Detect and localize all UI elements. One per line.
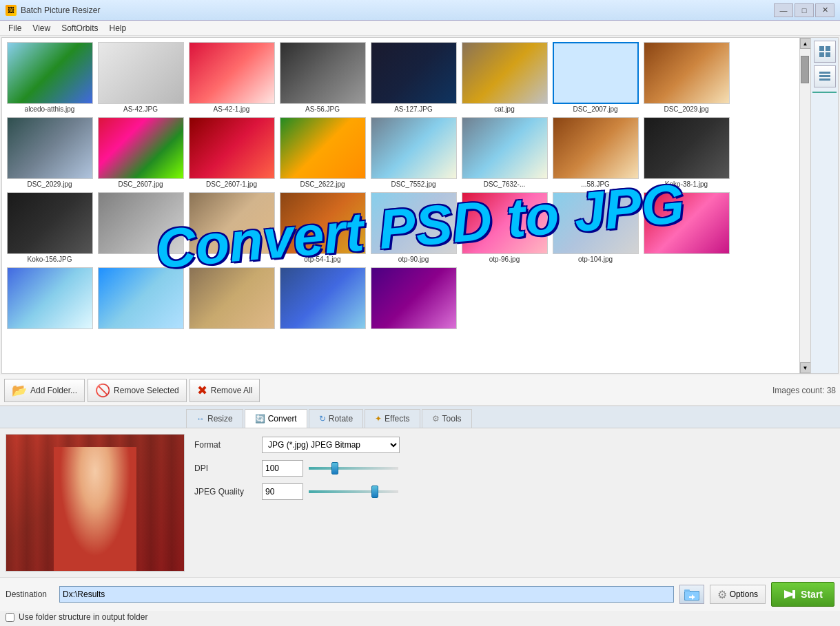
list-item[interactable]: DSC_2007.jpg	[551, 41, 640, 114]
list-item[interactable]: DSC_2622.jpg	[278, 116, 367, 189]
list-item[interactable]	[278, 266, 367, 332]
thumbnail	[280, 117, 366, 179]
destination-bar: Destination ⚙ Options	[0, 577, 840, 611]
list-item[interactable]: alcedo-atthis.jpg	[5, 41, 94, 114]
resize-tab-label: Resize	[207, 414, 233, 424]
gallery-scrollbar[interactable]: ▲ ▼	[799, 38, 810, 373]
list-item[interactable]: otp-90.jpg	[369, 191, 458, 264]
thumbnail	[98, 42, 184, 104]
list-item[interactable]: otp-96.jpg	[460, 191, 549, 264]
menu-view[interactable]: View	[27, 22, 56, 34]
destination-input[interactable]	[59, 586, 674, 603]
list-item[interactable]	[369, 266, 458, 332]
gallery-grid: alcedo-atthis.jpg AS-42.JPG AS-42-1.jpg …	[5, 41, 797, 332]
add-folder-label: Add Folder...	[30, 386, 77, 395]
list-item[interactable]: otp-104.jpg	[551, 191, 640, 264]
quality-slider-container[interactable]	[309, 483, 832, 500]
list-item[interactable]: AS-42.JPG	[96, 41, 185, 114]
remove-all-button[interactable]: ✖ Remove All	[189, 379, 260, 402]
menu-softorbits[interactable]: SoftOrbits	[56, 22, 103, 34]
svg-rect-0	[819, 46, 824, 51]
list-item[interactable]: Koko-156.JPG	[5, 191, 94, 264]
list-item[interactable]: cat.jpg	[460, 41, 549, 114]
jpeg-quality-label: JPEG Quality	[194, 487, 256, 497]
list-item[interactable]: Koko-38-1.jpg	[642, 116, 731, 189]
file-label: DSC_2029.jpg	[644, 105, 730, 113]
thumbnail	[7, 192, 93, 254]
list-item[interactable]: DSC_2029.jpg	[642, 41, 731, 114]
list-item[interactable]: DSC_2607-1.jpg	[187, 116, 276, 189]
tools-tab-label: Tools	[442, 414, 462, 424]
options-button[interactable]: ⚙ Options	[710, 585, 766, 604]
side-panel-divider	[812, 92, 837, 93]
dpi-input[interactable]	[262, 460, 303, 477]
format-row: Format JPG (*.jpg) JPEG Bitmap PNG (*.pn…	[194, 437, 832, 453]
scrollbar-thumb[interactable]	[801, 56, 809, 83]
maximize-button[interactable]: □	[795, 3, 814, 17]
options-label: Options	[730, 590, 758, 599]
svg-rect-6	[819, 79, 830, 81]
tab-convert[interactable]: 🔄 Convert	[245, 409, 307, 428]
list-item[interactable]: otp-54-1.jpg	[278, 191, 367, 264]
folder-structure-label[interactable]: Use folder structure in output folder	[19, 612, 147, 622]
format-select[interactable]: JPG (*.jpg) JPEG Bitmap PNG (*.png) BMP …	[262, 437, 400, 453]
tab-resize[interactable]: ↔ Resize	[186, 409, 243, 428]
list-item[interactable]: AS-56.JPG	[278, 41, 367, 114]
quality-slider-track	[309, 490, 398, 493]
tab-rotate[interactable]: ↻ Rotate	[309, 409, 363, 428]
thumbnail	[462, 117, 548, 179]
list-item[interactable]: DSC_7632-...	[460, 116, 549, 189]
file-label: DSC_7632-...	[462, 180, 548, 188]
dpi-row: DPI	[194, 460, 832, 477]
start-button[interactable]: Start	[771, 582, 834, 607]
thumbnail	[98, 192, 184, 254]
list-item[interactable]: AS-42-1.jpg	[187, 41, 276, 114]
remove-all-icon: ✖	[197, 383, 207, 398]
file-label: AS-56.JPG	[280, 105, 366, 113]
add-folder-button[interactable]: 📂 Add Folder...	[4, 379, 85, 402]
list-item[interactable]	[96, 191, 185, 264]
file-label: AS-127.JPG	[371, 105, 457, 113]
list-item[interactable]	[96, 266, 185, 332]
list-item[interactable]: DSC_2029.jpg	[5, 116, 94, 189]
tab-effects[interactable]: ✦ Effects	[365, 409, 420, 428]
dpi-slider-container[interactable]	[309, 460, 832, 477]
gallery-scroll[interactable]: alcedo-atthis.jpg AS-42.JPG AS-42-1.jpg …	[2, 38, 799, 373]
minimize-button[interactable]: —	[774, 3, 793, 17]
quality-slider-thumb[interactable]	[371, 486, 378, 498]
menu-help[interactable]: Help	[104, 22, 132, 34]
main-content: alcedo-atthis.jpg AS-42.JPG AS-42-1.jpg …	[0, 36, 840, 626]
effects-tab-label: Effects	[385, 414, 409, 424]
file-label: AS-42-1.jpg	[189, 105, 275, 113]
scroll-down-button[interactable]: ▼	[800, 362, 811, 373]
side-panel-button-2[interactable]	[814, 65, 836, 87]
tab-tools[interactable]: ⚙ Tools	[422, 409, 472, 428]
thumbnail	[553, 42, 639, 104]
titlebar: 🖼 Batch Picture Resizer — □ ✕	[0, 0, 840, 21]
thumbnail	[644, 117, 730, 179]
list-item[interactable]	[5, 266, 94, 332]
folder-structure-checkbox[interactable]	[6, 613, 14, 622]
close-button[interactable]: ✕	[815, 3, 834, 17]
list-item[interactable]: ...58.JPG	[551, 116, 640, 189]
remove-all-label: Remove All	[211, 386, 253, 395]
file-label: cat.jpg	[462, 105, 548, 113]
format-label: Format	[194, 440, 256, 450]
remove-selected-button[interactable]: 🚫 Remove Selected	[88, 379, 187, 402]
list-item[interactable]: DSC_7552.jpg	[369, 116, 458, 189]
thumbnail	[553, 117, 639, 179]
list-item[interactable]	[642, 191, 731, 264]
dpi-slider-thumb[interactable]	[331, 462, 338, 474]
list-item[interactable]: AS-127.JPG	[369, 41, 458, 114]
remove-selected-label: Remove Selected	[114, 386, 179, 395]
jpeg-quality-input[interactable]	[262, 483, 303, 500]
menu-file[interactable]: File	[3, 22, 27, 34]
images-count-value: 38	[827, 386, 836, 395]
destination-folder-button[interactable]	[679, 585, 704, 604]
list-item[interactable]: DSC_2607.jpg	[96, 116, 185, 189]
list-item[interactable]	[187, 266, 276, 332]
list-item[interactable]	[187, 191, 276, 264]
scrollbar-track[interactable]	[801, 49, 810, 362]
side-panel-button-1[interactable]	[814, 41, 836, 63]
scroll-up-button[interactable]: ▲	[800, 38, 811, 49]
